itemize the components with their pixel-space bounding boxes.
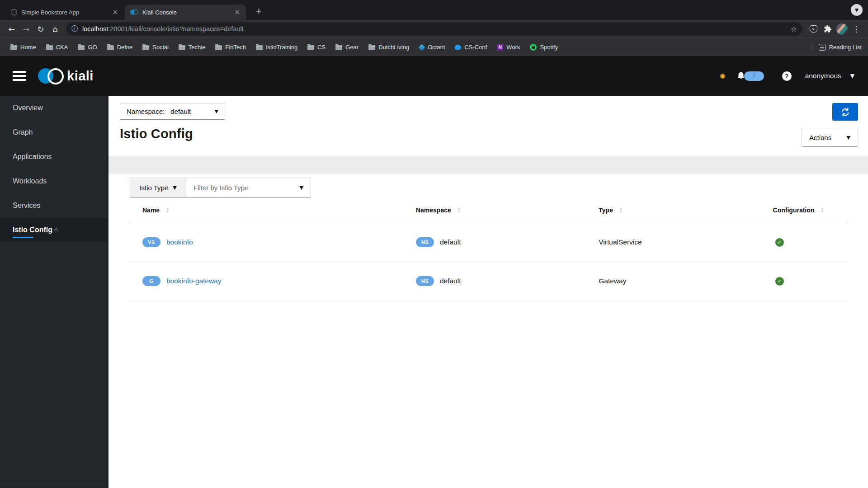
tab-search-button[interactable]: ▼: [851, 4, 863, 16]
folder-icon: [78, 45, 85, 50]
filter-value-input[interactable]: Filter by Istio Type ▼: [186, 178, 311, 197]
bookmark-fintech[interactable]: FinTech: [211, 42, 250, 52]
bookmark-gear[interactable]: Gear: [331, 42, 363, 52]
refresh-button[interactable]: [832, 103, 858, 121]
chevron-down-icon: ▼: [173, 185, 176, 191]
user-caret-icon[interactable]: ▼: [850, 73, 854, 79]
sort-arrows-icon: ↕: [820, 207, 825, 214]
hamburger-menu-icon[interactable]: [13, 71, 26, 80]
bookmark-social[interactable]: Social: [138, 42, 172, 52]
tab-title: Kiali Console: [142, 9, 233, 16]
column-header-configuration[interactable]: Configuration↕: [759, 197, 848, 223]
sidebar-item-label: Overview: [13, 104, 43, 112]
filter-category-select[interactable]: Istio Type ▼: [130, 178, 186, 197]
folder-icon: [256, 45, 263, 50]
bookmark-work[interactable]: Work: [493, 42, 524, 52]
column-header-type[interactable]: Type↕: [585, 197, 759, 223]
back-button-icon[interactable]: ←: [5, 22, 19, 36]
forward-button-icon[interactable]: →: [19, 22, 33, 36]
profile-avatar[interactable]: [836, 23, 848, 35]
bookmark-label: CS: [317, 44, 326, 51]
folder-icon: [107, 45, 114, 50]
bookmark-label: GO: [88, 44, 97, 51]
sidebar-item-services[interactable]: Services: [0, 193, 108, 218]
bookmark-cs[interactable]: CS: [303, 42, 330, 52]
bookmark-dutchliving[interactable]: DutchLiving: [364, 42, 413, 52]
address-bar[interactable]: ⓘ localhost:20001/kiali/console/istio?na…: [66, 22, 802, 36]
kiali-logo[interactable]: kiali: [38, 68, 94, 84]
notifications-bell[interactable]: 7: [736, 71, 764, 81]
chevron-down-icon: ▼: [847, 135, 850, 141]
type-cell: VirtualService: [585, 223, 759, 262]
sidebar-item-graph[interactable]: Graph: [0, 120, 108, 145]
browser-chrome: Simple Bookstore App × Kiali Console × +…: [0, 0, 868, 56]
home-button-icon[interactable]: ⌂: [48, 22, 62, 36]
filter-placeholder: Filter by Istio Type: [193, 184, 248, 192]
bookmark-octant[interactable]: Octant: [415, 42, 449, 52]
actions-dropdown[interactable]: Actions ▼: [802, 128, 858, 147]
bookmark-spotify[interactable]: Spotify: [526, 42, 562, 52]
bookmark-label: Defne: [117, 44, 133, 51]
sidebar-item-label: Applications: [13, 153, 52, 161]
octant-icon: [419, 44, 425, 51]
reading-list-icon: [819, 44, 826, 51]
column-label: Configuration: [773, 206, 815, 214]
bookmark-istiotraining[interactable]: IstioTraining: [252, 42, 302, 52]
column-label: Name: [142, 206, 160, 214]
sidebar-item-applications[interactable]: Applications: [0, 145, 108, 169]
twitter-icon: [455, 45, 461, 50]
istio-status-icon[interactable]: [720, 74, 725, 79]
tab-close-icon[interactable]: ×: [233, 8, 241, 16]
bookmark-label: CS-Conf: [464, 44, 487, 51]
sidebar-item-workloads[interactable]: Workloads: [0, 169, 108, 193]
folder-icon: [10, 45, 17, 50]
globe-favicon-icon: [11, 9, 17, 15]
new-tab-button[interactable]: +: [252, 5, 265, 18]
reading-list-button[interactable]: Reading List: [811, 44, 862, 51]
namespace-badge: NS: [416, 276, 434, 286]
user-menu[interactable]: anonymous: [805, 72, 841, 80]
folder-icon: [307, 45, 314, 50]
sidebar-item-istio-config[interactable]: Istio Config☝: [0, 218, 108, 242]
column-header-name[interactable]: Name↕: [128, 197, 402, 223]
table-row: Gbookinfo-gatewayNSdefaultGateway✓: [128, 262, 848, 300]
table-row: VSbookinfoNSdefaultVirtualService✓: [128, 223, 848, 262]
bookmark-techie[interactable]: Techie: [175, 42, 210, 52]
folder-icon: [215, 45, 222, 50]
sort-arrows-icon: ↕: [618, 207, 623, 214]
reload-button-icon[interactable]: ↻: [33, 22, 48, 36]
namespace-cell: NSdefault: [402, 262, 585, 300]
kiali-favicon-icon: [130, 9, 138, 15]
tab-simple-bookstore[interactable]: Simple Bookstore App ×: [5, 5, 124, 20]
section-gap: [108, 156, 868, 174]
sidebar-item-overview[interactable]: Overview: [0, 96, 108, 120]
sort-arrows-icon: ↕: [165, 207, 170, 214]
config-name-link[interactable]: bookinfo-gateway: [166, 277, 222, 285]
bookmark-label: Social: [152, 44, 168, 51]
bookmark-defne[interactable]: Defne: [103, 42, 137, 52]
bookmark-go[interactable]: GO: [74, 42, 101, 52]
folder-icon: [368, 45, 375, 50]
column-header-namespace[interactable]: Namespace↕: [402, 197, 585, 223]
bookmark-cs-conf[interactable]: CS-Conf: [451, 42, 491, 52]
bookmark-star-icon[interactable]: ☆: [791, 25, 797, 33]
browser-menu-icon[interactable]: ⋮: [849, 22, 863, 36]
pocket-icon[interactable]: ∨: [806, 22, 821, 36]
bookmark-home[interactable]: Home: [6, 42, 40, 52]
tab-close-icon[interactable]: ×: [111, 8, 119, 16]
name-cell: VSbookinfo: [128, 223, 402, 262]
namespace-value: default: [440, 238, 461, 246]
bookmark-label: Work: [506, 44, 520, 51]
sort-arrows-icon: ↕: [457, 207, 462, 214]
folder-icon: [46, 45, 53, 50]
tab-kiali-console[interactable]: Kiali Console ×: [125, 5, 246, 20]
bookmark-label: DutchLiving: [378, 44, 409, 51]
site-info-icon[interactable]: ⓘ: [71, 25, 78, 33]
bookmark-label: Octant: [428, 44, 445, 51]
extensions-puzzle-icon[interactable]: [821, 22, 835, 36]
config-name-link[interactable]: bookinfo: [166, 238, 193, 246]
namespace-select[interactable]: Namespace: default ▼: [120, 103, 225, 120]
help-icon[interactable]: ?: [782, 71, 792, 81]
bookmark-cka[interactable]: CKA: [42, 42, 72, 52]
bookmark-label: FinTech: [225, 44, 246, 51]
